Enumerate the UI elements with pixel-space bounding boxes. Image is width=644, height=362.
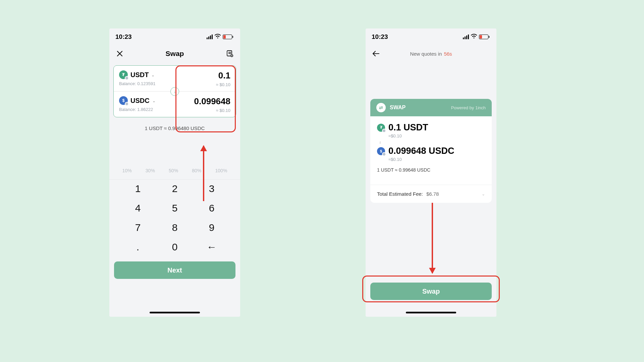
phone-screenshot-confirm: 10:23 New quotes in 56s ⇄ SWAP Powered b… [366, 28, 496, 317]
chevron-down-icon: ⌄ [152, 99, 156, 103]
pct-10[interactable]: 10% [122, 168, 132, 173]
back-icon[interactable] [372, 49, 380, 58]
to-asset-line: $ 0.099648 USDC [377, 146, 485, 156]
status-bar: 10:23 [109, 28, 240, 45]
swap-direction-button[interactable]: ↓ [170, 87, 179, 96]
exchange-rate: 1 USDT ≈ 0.99648 USDC [377, 167, 485, 173]
battery-low-icon [223, 35, 232, 39]
cellular-icon [463, 35, 469, 39]
chevron-down-icon: ⌄ [482, 192, 485, 196]
pct-30[interactable]: 30% [146, 168, 155, 173]
key-9[interactable]: 9 [193, 222, 230, 233]
fee-value: $6.78 [426, 191, 439, 197]
key-2[interactable]: 2 [156, 183, 193, 194]
key-dot[interactable]: . [119, 241, 156, 253]
status-icons [207, 34, 232, 40]
key-8[interactable]: 8 [156, 222, 193, 233]
confirm-body: ₮ 0.1 USDT ≈$0.10 ↓ $ 0.099648 USDC ≈$0.… [370, 116, 492, 177]
key-5[interactable]: 5 [156, 202, 193, 214]
quotes-label: New quotes in [410, 51, 442, 57]
key-4[interactable]: 4 [119, 202, 156, 214]
from-token-selector[interactable]: ₮ USDT ⌄ [119, 70, 155, 79]
quotes-seconds: 56s [444, 51, 452, 57]
cellular-icon [207, 35, 213, 39]
arrow-down-icon: ↓ [379, 140, 485, 144]
powered-by-label: Powered by 1inch [451, 105, 486, 110]
key-6[interactable]: 6 [193, 202, 230, 214]
from-asset-usd: ≈$0.10 [388, 133, 485, 138]
usdc-icon: $ [377, 147, 385, 155]
from-token-name: USDT [130, 71, 149, 79]
to-token-name: USDC [130, 97, 150, 105]
page-title: Swap [124, 50, 225, 58]
pct-100[interactable]: 100% [215, 168, 227, 173]
confirm-title: SWAP [390, 105, 406, 111]
to-asset-usd: ≈$0.10 [388, 157, 485, 162]
status-bar: 10:23 [366, 28, 496, 45]
phone-screenshot-amount: 10:23 Swap ₮ USDT ⌄ Balance: 0.12 [109, 28, 240, 317]
from-asset-line: ₮ 0.1 USDT [377, 122, 485, 133]
confirm-card: ⇄ SWAP Powered by 1inch ₮ 0.1 USDT ≈$0.1… [370, 99, 492, 203]
status-time: 10:23 [372, 33, 388, 41]
to-amount: 0.099648 [194, 96, 230, 107]
status-time: 10:23 [115, 33, 132, 41]
home-indicator[interactable] [150, 312, 200, 313]
key-backspace[interactable]: ← [193, 241, 230, 253]
wifi-icon [471, 34, 477, 40]
swap-button[interactable]: Swap [370, 283, 492, 300]
from-balance: Balance: 0.123591 [119, 81, 155, 86]
key-1[interactable]: 1 [119, 183, 156, 194]
from-asset-text: 0.1 USDT [388, 122, 428, 133]
home-indicator[interactable] [406, 312, 456, 313]
fee-label: Total Estimated Fee: [377, 191, 423, 197]
pct-80[interactable]: 80% [192, 168, 201, 173]
close-icon[interactable] [115, 49, 124, 58]
swap-card: ₮ USDT ⌄ Balance: 0.123591 0.1 ≈ $0.10 $… [113, 65, 236, 117]
to-amount-usd: ≈ $0.10 [194, 108, 230, 113]
swap-icon: ⇄ [376, 103, 386, 112]
to-token-selector[interactable]: $ USDC ⌄ [119, 96, 156, 105]
battery-low-icon [479, 35, 488, 39]
from-amount[interactable]: 0.1 [216, 70, 230, 81]
wifi-icon [215, 34, 221, 40]
confirm-header: ⇄ SWAP Powered by 1inch [370, 99, 492, 116]
numeric-keypad: 1 2 3 4 5 6 7 8 9 . 0 ← [109, 179, 240, 253]
app-header: New quotes in 56s [366, 45, 496, 62]
to-asset-text: 0.099648 USDC [388, 146, 454, 156]
chevron-down-icon: ⌄ [151, 73, 155, 77]
key-7[interactable]: 7 [119, 222, 156, 233]
fee-row[interactable]: Total Estimated Fee: $6.78 ⌄ [370, 185, 492, 203]
key-3[interactable]: 3 [193, 183, 230, 194]
status-icons [463, 34, 488, 40]
quotes-countdown: New quotes in 56s [380, 51, 482, 57]
usdc-icon: $ [119, 96, 128, 105]
app-header: Swap [109, 45, 240, 62]
from-amount-usd: ≈ $0.10 [216, 82, 230, 87]
next-button[interactable]: Next [114, 261, 235, 279]
pct-50[interactable]: 50% [169, 168, 178, 173]
settings-receipt-icon[interactable] [225, 49, 234, 58]
to-balance: Balance: 1.86222 [119, 107, 156, 112]
exchange-rate: 1 USDT ≈ 0.996480 USDC [109, 125, 240, 131]
percent-shortcuts: 10% 30% 50% 80% 100% [109, 168, 240, 173]
usdt-icon: ₮ [119, 70, 128, 79]
usdt-icon: ₮ [377, 124, 385, 132]
key-0[interactable]: 0 [156, 241, 193, 253]
